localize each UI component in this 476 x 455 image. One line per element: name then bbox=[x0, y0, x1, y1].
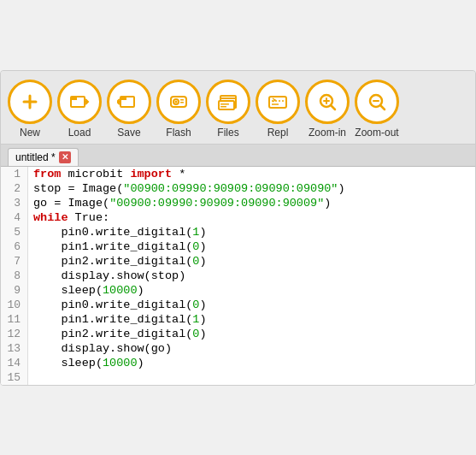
table-row: 13 display.show(go) bbox=[1, 341, 475, 356]
repl-label: Repl bbox=[267, 127, 289, 139]
load-icon bbox=[57, 80, 102, 124]
file-tab[interactable]: untitled * ✕ bbox=[8, 148, 79, 166]
line-number: 10 bbox=[1, 298, 28, 312]
line-content: from microbit import * bbox=[28, 167, 475, 181]
svg-rect-4 bbox=[71, 97, 77, 100]
line-number: 12 bbox=[1, 327, 28, 341]
table-row: 15 bbox=[1, 370, 475, 385]
table-row: 3 go = Image("00900:09990:90909:09090:90… bbox=[1, 196, 475, 210]
table-row: 7 pin2.write_digital(0) bbox=[1, 254, 475, 269]
table-row: 2 stop = Image("00900:09990:90909:09090:… bbox=[1, 181, 475, 196]
line-number: 9 bbox=[1, 283, 28, 298]
flash-icon bbox=[156, 80, 201, 124]
line-number: 7 bbox=[1, 254, 28, 269]
load-button[interactable]: Load bbox=[57, 80, 102, 139]
toolbar: New Load bbox=[1, 71, 475, 145]
files-button[interactable]: Files bbox=[206, 80, 250, 139]
line-number: 14 bbox=[1, 356, 28, 370]
line-content: pin0.write_digital(0) bbox=[28, 298, 475, 312]
line-content: display.show(stop) bbox=[28, 269, 475, 283]
tab-close-button[interactable]: ✕ bbox=[59, 151, 71, 163]
svg-rect-7 bbox=[120, 97, 126, 100]
line-content: sleep(10000) bbox=[28, 283, 475, 298]
line-number: 4 bbox=[1, 210, 28, 225]
flash-button[interactable]: Flash bbox=[156, 80, 201, 139]
tab-label: untitled * bbox=[15, 151, 56, 163]
save-label: Save bbox=[117, 127, 140, 139]
line-number: 15 bbox=[1, 370, 28, 385]
table-row: 1 from microbit import * bbox=[1, 167, 475, 181]
zoom-in-icon bbox=[305, 80, 350, 124]
svg-rect-13 bbox=[180, 102, 184, 103]
table-row: 9 sleep(10000) bbox=[1, 283, 475, 298]
line-number: 3 bbox=[1, 196, 28, 210]
save-button[interactable]: Save bbox=[107, 80, 151, 139]
svg-rect-17 bbox=[220, 103, 229, 105]
new-icon bbox=[8, 80, 52, 124]
repl-icon bbox=[256, 80, 300, 124]
svg-line-28 bbox=[381, 105, 385, 109]
line-content: stop = Image("00900:09990:90909:09090:09… bbox=[28, 181, 475, 196]
line-number: 13 bbox=[1, 341, 28, 356]
line-content bbox=[28, 370, 475, 385]
line-number: 8 bbox=[1, 269, 28, 283]
files-icon bbox=[206, 80, 250, 124]
table-row: 6 pin1.write_digital(0) bbox=[1, 239, 475, 254]
zoom-out-label: Zoom-out bbox=[355, 127, 398, 139]
line-content: while True: bbox=[28, 210, 475, 225]
flash-label: Flash bbox=[166, 127, 191, 139]
table-row: 4 while True: bbox=[1, 210, 475, 225]
line-content: display.show(go) bbox=[28, 341, 475, 356]
line-number: 11 bbox=[1, 312, 28, 327]
new-label: New bbox=[20, 127, 40, 139]
tab-bar: untitled * ✕ bbox=[1, 145, 475, 167]
table-row: 11 pin1.write_digital(1) bbox=[1, 312, 475, 327]
line-content: pin2.write_digital(0) bbox=[28, 254, 475, 269]
line-content: pin1.write_digital(1) bbox=[28, 312, 475, 327]
line-content: pin1.write_digital(0) bbox=[28, 239, 475, 254]
line-number: 5 bbox=[1, 225, 28, 239]
new-button[interactable]: New bbox=[8, 80, 52, 139]
zoom-in-button[interactable]: Zoom-in bbox=[305, 80, 350, 139]
svg-point-11 bbox=[175, 100, 178, 103]
table-row: 14 sleep(10000) bbox=[1, 356, 475, 370]
table-row: 5 pin0.write_digital(1) bbox=[1, 225, 475, 239]
svg-rect-19 bbox=[269, 97, 286, 108]
line-content: go = Image("00900:09990:90909:09090:9000… bbox=[28, 196, 475, 210]
line-content: pin2.write_digital(0) bbox=[28, 327, 475, 341]
app-window: New Load bbox=[0, 70, 476, 386]
table-row: 8 display.show(stop) bbox=[1, 269, 475, 283]
table-row: 10 pin0.write_digital(0) bbox=[1, 298, 475, 312]
code-editor: 1 from microbit import * 2 stop = Image(… bbox=[1, 167, 475, 385]
line-number: 6 bbox=[1, 239, 28, 254]
load-label: Load bbox=[68, 127, 91, 139]
zoom-in-label: Zoom-in bbox=[309, 127, 346, 139]
table-row: 12 pin2.write_digital(0) bbox=[1, 327, 475, 341]
save-icon bbox=[107, 80, 151, 124]
line-content: pin0.write_digital(1) bbox=[28, 225, 475, 239]
line-content: sleep(10000) bbox=[28, 356, 475, 370]
zoom-out-button[interactable]: Zoom-out bbox=[355, 80, 399, 139]
svg-rect-16 bbox=[219, 101, 234, 109]
svg-rect-18 bbox=[220, 106, 226, 108]
svg-line-25 bbox=[332, 105, 336, 109]
zoom-out-icon bbox=[355, 80, 399, 124]
line-number: 1 bbox=[1, 167, 28, 181]
repl-button[interactable]: Repl bbox=[256, 80, 300, 139]
files-label: Files bbox=[217, 127, 238, 139]
editor-area[interactable]: 1 from microbit import * 2 stop = Image(… bbox=[1, 167, 475, 385]
line-number: 2 bbox=[1, 181, 28, 196]
svg-rect-12 bbox=[180, 99, 184, 101]
